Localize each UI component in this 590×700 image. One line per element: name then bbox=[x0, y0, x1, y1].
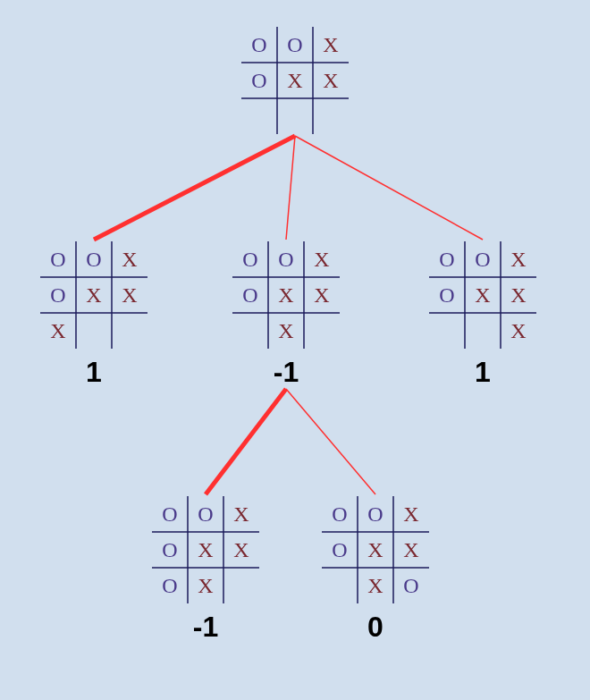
node-value-l1_a: 1 bbox=[67, 356, 121, 389]
cell-7 bbox=[76, 313, 112, 349]
cell-2: X bbox=[112, 241, 148, 277]
cell-3: O bbox=[152, 532, 188, 568]
cell-5: X bbox=[501, 277, 536, 313]
cell-1: O bbox=[188, 496, 223, 532]
cell-7: X bbox=[188, 568, 223, 603]
cell-6 bbox=[232, 313, 268, 349]
cell-3: O bbox=[232, 277, 268, 313]
cell-0: O bbox=[322, 496, 358, 532]
board-grid: OOXOXX bbox=[241, 27, 349, 134]
cell-7: X bbox=[268, 313, 304, 349]
cell-3: O bbox=[322, 532, 358, 568]
node-value-l2_a: -1 bbox=[179, 611, 232, 644]
cell-8: X bbox=[501, 313, 536, 349]
cell-2: X bbox=[501, 241, 536, 277]
board-grid: OOXOXXOX bbox=[152, 496, 259, 603]
cell-1: O bbox=[465, 241, 501, 277]
cell-5: X bbox=[223, 532, 259, 568]
cell-7: X bbox=[358, 568, 393, 603]
cell-1: O bbox=[268, 241, 304, 277]
cell-8 bbox=[313, 98, 349, 134]
cell-0: O bbox=[152, 496, 188, 532]
board-grid: OOXOXXX bbox=[429, 241, 536, 349]
cell-3: O bbox=[241, 63, 277, 98]
board-root: OOXOXX bbox=[241, 27, 349, 134]
cell-3: O bbox=[40, 277, 76, 313]
cell-0: O bbox=[429, 241, 465, 277]
board-l2_b: OOXOXXXO bbox=[322, 496, 429, 603]
cell-4: X bbox=[358, 532, 393, 568]
board-grid: OOXOXXX bbox=[40, 241, 148, 349]
cell-5: X bbox=[393, 532, 429, 568]
board-grid: OOXOXXXO bbox=[322, 496, 429, 603]
cell-8: O bbox=[393, 568, 429, 603]
cell-5: X bbox=[304, 277, 340, 313]
edge-root-l1_b bbox=[286, 136, 295, 240]
cell-4: X bbox=[188, 532, 223, 568]
cell-0: O bbox=[232, 241, 268, 277]
cell-8 bbox=[223, 568, 259, 603]
board-l1_a: OOXOXXX bbox=[40, 241, 148, 349]
cell-4: X bbox=[268, 277, 304, 313]
cell-1: O bbox=[277, 27, 313, 63]
cell-7 bbox=[465, 313, 501, 349]
cell-8 bbox=[112, 313, 148, 349]
board-grid: OOXOXXX bbox=[232, 241, 340, 349]
cell-2: X bbox=[223, 496, 259, 532]
cell-2: X bbox=[304, 241, 340, 277]
edge-l1_b-l2_a bbox=[206, 389, 286, 494]
edge-root-l1_a bbox=[94, 136, 295, 240]
cell-4: X bbox=[76, 277, 112, 313]
node-value-l2_b: 0 bbox=[349, 611, 402, 644]
node-value-l1_b: -1 bbox=[259, 356, 313, 389]
cell-8 bbox=[304, 313, 340, 349]
cell-3: O bbox=[429, 277, 465, 313]
cell-6 bbox=[241, 98, 277, 134]
cell-4: X bbox=[277, 63, 313, 98]
cell-4: X bbox=[465, 277, 501, 313]
cell-1: O bbox=[76, 241, 112, 277]
cell-5: X bbox=[313, 63, 349, 98]
cell-6 bbox=[322, 568, 358, 603]
cell-2: X bbox=[393, 496, 429, 532]
cell-7 bbox=[277, 98, 313, 134]
edge-root-l1_c bbox=[295, 136, 483, 240]
board-l2_a: OOXOXXOX bbox=[152, 496, 259, 603]
cell-0: O bbox=[40, 241, 76, 277]
cell-2: X bbox=[313, 27, 349, 63]
board-l1_c: OOXOXXX bbox=[429, 241, 536, 349]
cell-5: X bbox=[112, 277, 148, 313]
cell-6: O bbox=[152, 568, 188, 603]
node-value-l1_c: 1 bbox=[456, 356, 510, 389]
cell-0: O bbox=[241, 27, 277, 63]
cell-6 bbox=[429, 313, 465, 349]
cell-6: X bbox=[40, 313, 76, 349]
edge-l1_b-l2_b bbox=[286, 389, 375, 494]
cell-1: O bbox=[358, 496, 393, 532]
board-l1_b: OOXOXXX bbox=[232, 241, 340, 349]
game-tree-diagram: OOXOXXOOXOXXX1OOXOXXX-1OOXOXXX1OOXOXXOX-… bbox=[0, 0, 590, 700]
